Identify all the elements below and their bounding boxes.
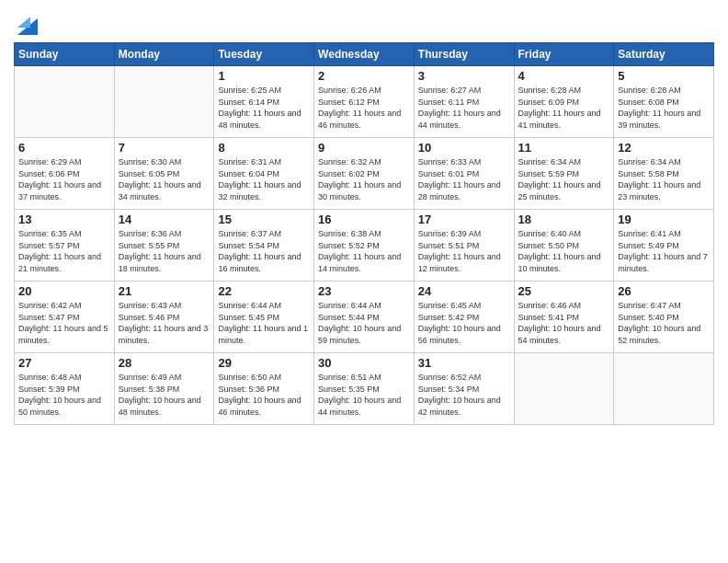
calendar-cell: 24Sunrise: 6:45 AMSunset: 5:42 PMDayligh… — [414, 282, 514, 353]
weekday-header-sunday: Sunday — [15, 43, 115, 66]
calendar-cell: 26Sunrise: 6:47 AMSunset: 5:40 PMDayligh… — [614, 282, 714, 353]
day-number: 20 — [18, 284, 110, 298]
day-info: Sunrise: 6:45 AMSunset: 5:42 PMDaylight:… — [418, 300, 510, 346]
logo — [14, 9, 38, 35]
day-info: Sunrise: 6:31 AMSunset: 6:04 PMDaylight:… — [218, 156, 310, 202]
day-info: Sunrise: 6:36 AMSunset: 5:55 PMDaylight:… — [119, 228, 210, 274]
day-info: Sunrise: 6:49 AMSunset: 5:38 PMDaylight:… — [119, 372, 210, 418]
logo-icon — [17, 9, 38, 35]
day-info: Sunrise: 6:37 AMSunset: 5:54 PMDaylight:… — [218, 228, 310, 274]
day-info: Sunrise: 6:28 AMSunset: 6:08 PMDaylight:… — [618, 85, 710, 131]
day-info: Sunrise: 6:50 AMSunset: 5:36 PMDaylight:… — [218, 372, 310, 418]
day-number: 8 — [218, 141, 310, 155]
day-number: 2 — [318, 69, 410, 83]
calendar-week-2: 13Sunrise: 6:35 AMSunset: 5:57 PMDayligh… — [15, 210, 714, 282]
calendar-cell: 31Sunrise: 6:52 AMSunset: 5:34 PMDayligh… — [414, 353, 514, 425]
day-number: 7 — [119, 141, 210, 155]
calendar-cell: 9Sunrise: 6:32 AMSunset: 6:02 PMDaylight… — [314, 138, 415, 210]
day-number: 1 — [218, 69, 310, 83]
calendar-week-0: 1Sunrise: 6:25 AMSunset: 6:14 PMDaylight… — [15, 66, 714, 138]
day-info: Sunrise: 6:41 AMSunset: 5:49 PMDaylight:… — [618, 228, 710, 274]
day-number: 15 — [218, 213, 310, 226]
calendar-cell: 23Sunrise: 6:44 AMSunset: 5:44 PMDayligh… — [314, 282, 415, 353]
calendar-cell: 11Sunrise: 6:34 AMSunset: 5:59 PMDayligh… — [514, 138, 614, 210]
day-number: 5 — [618, 69, 710, 83]
calendar-cell: 30Sunrise: 6:51 AMSunset: 5:35 PMDayligh… — [314, 353, 415, 425]
day-info: Sunrise: 6:29 AMSunset: 6:06 PMDaylight:… — [18, 156, 110, 202]
day-number: 4 — [518, 69, 610, 83]
day-info: Sunrise: 6:25 AMSunset: 6:14 PMDaylight:… — [218, 85, 310, 131]
calendar-cell — [114, 66, 214, 138]
calendar-cell: 29Sunrise: 6:50 AMSunset: 5:36 PMDayligh… — [214, 353, 314, 425]
day-number: 17 — [418, 213, 510, 226]
calendar-cell: 15Sunrise: 6:37 AMSunset: 5:54 PMDayligh… — [214, 210, 314, 282]
day-number: 10 — [418, 141, 510, 155]
calendar-cell — [514, 353, 614, 425]
day-number: 18 — [518, 213, 610, 226]
day-info: Sunrise: 6:27 AMSunset: 6:11 PMDaylight:… — [418, 85, 510, 131]
day-info: Sunrise: 6:34 AMSunset: 5:59 PMDaylight:… — [518, 156, 610, 202]
day-info: Sunrise: 6:34 AMSunset: 5:58 PMDaylight:… — [618, 156, 710, 202]
day-number: 27 — [18, 356, 110, 370]
calendar-cell: 13Sunrise: 6:35 AMSunset: 5:57 PMDayligh… — [15, 210, 115, 282]
day-number: 22 — [218, 284, 310, 298]
calendar-cell: 3Sunrise: 6:27 AMSunset: 6:11 PMDaylight… — [414, 66, 514, 138]
day-number: 12 — [618, 141, 710, 155]
day-number: 29 — [218, 356, 310, 370]
day-number: 24 — [418, 284, 510, 298]
day-number: 19 — [618, 213, 710, 226]
day-number: 25 — [518, 284, 610, 298]
day-info: Sunrise: 6:32 AMSunset: 6:02 PMDaylight:… — [318, 156, 410, 202]
day-info: Sunrise: 6:38 AMSunset: 5:52 PMDaylight:… — [318, 228, 410, 274]
calendar-cell: 6Sunrise: 6:29 AMSunset: 6:06 PMDaylight… — [15, 138, 115, 210]
day-number: 21 — [119, 284, 210, 298]
weekday-header-wednesday: Wednesday — [314, 43, 415, 66]
calendar-week-1: 6Sunrise: 6:29 AMSunset: 6:06 PMDaylight… — [15, 138, 714, 210]
day-info: Sunrise: 6:30 AMSunset: 6:05 PMDaylight:… — [119, 156, 210, 202]
calendar-week-3: 20Sunrise: 6:42 AMSunset: 5:47 PMDayligh… — [15, 282, 714, 353]
weekday-header-tuesday: Tuesday — [214, 43, 314, 66]
day-info: Sunrise: 6:39 AMSunset: 5:51 PMDaylight:… — [418, 228, 510, 274]
calendar-table: SundayMondayTuesdayWednesdayThursdayFrid… — [14, 42, 714, 425]
calendar-cell: 19Sunrise: 6:41 AMSunset: 5:49 PMDayligh… — [614, 210, 714, 282]
calendar-cell: 21Sunrise: 6:43 AMSunset: 5:46 PMDayligh… — [114, 282, 214, 353]
calendar-cell: 7Sunrise: 6:30 AMSunset: 6:05 PMDaylight… — [114, 138, 214, 210]
calendar-cell: 4Sunrise: 6:28 AMSunset: 6:09 PMDaylight… — [514, 66, 614, 138]
day-info: Sunrise: 6:44 AMSunset: 5:45 PMDaylight:… — [218, 300, 310, 346]
day-number: 28 — [119, 356, 210, 370]
header — [14, 9, 714, 35]
calendar-cell: 1Sunrise: 6:25 AMSunset: 6:14 PMDaylight… — [214, 66, 314, 138]
calendar-cell: 12Sunrise: 6:34 AMSunset: 5:58 PMDayligh… — [614, 138, 714, 210]
day-info: Sunrise: 6:44 AMSunset: 5:44 PMDaylight:… — [318, 300, 410, 346]
day-info: Sunrise: 6:43 AMSunset: 5:46 PMDaylight:… — [119, 300, 210, 346]
calendar-cell: 2Sunrise: 6:26 AMSunset: 6:12 PMDaylight… — [314, 66, 415, 138]
calendar-cell: 27Sunrise: 6:48 AMSunset: 5:39 PMDayligh… — [15, 353, 115, 425]
day-number: 31 — [418, 356, 510, 370]
calendar-cell: 22Sunrise: 6:44 AMSunset: 5:45 PMDayligh… — [214, 282, 314, 353]
day-info: Sunrise: 6:42 AMSunset: 5:47 PMDaylight:… — [18, 300, 110, 346]
day-info: Sunrise: 6:33 AMSunset: 6:01 PMDaylight:… — [418, 156, 510, 202]
weekday-header-saturday: Saturday — [614, 43, 714, 66]
day-number: 30 — [318, 356, 410, 370]
calendar-cell — [614, 353, 714, 425]
day-number: 14 — [119, 213, 210, 226]
page: SundayMondayTuesdayWednesdayThursdayFrid… — [0, 0, 728, 563]
day-info: Sunrise: 6:40 AMSunset: 5:50 PMDaylight:… — [518, 228, 610, 274]
day-number: 16 — [318, 213, 410, 226]
day-info: Sunrise: 6:46 AMSunset: 5:41 PMDaylight:… — [518, 300, 610, 346]
calendar-cell: 28Sunrise: 6:49 AMSunset: 5:38 PMDayligh… — [114, 353, 214, 425]
calendar-cell — [15, 66, 115, 138]
svg-marker-1 — [17, 17, 30, 28]
day-info: Sunrise: 6:35 AMSunset: 5:57 PMDaylight:… — [18, 228, 110, 274]
calendar-cell: 20Sunrise: 6:42 AMSunset: 5:47 PMDayligh… — [15, 282, 115, 353]
weekday-header-row: SundayMondayTuesdayWednesdayThursdayFrid… — [15, 43, 714, 66]
day-number: 23 — [318, 284, 410, 298]
calendar-cell: 16Sunrise: 6:38 AMSunset: 5:52 PMDayligh… — [314, 210, 415, 282]
calendar-cell: 18Sunrise: 6:40 AMSunset: 5:50 PMDayligh… — [514, 210, 614, 282]
day-number: 3 — [418, 69, 510, 83]
day-info: Sunrise: 6:48 AMSunset: 5:39 PMDaylight:… — [18, 372, 110, 418]
weekday-header-monday: Monday — [114, 43, 214, 66]
day-number: 26 — [618, 284, 710, 298]
calendar-cell: 8Sunrise: 6:31 AMSunset: 6:04 PMDaylight… — [214, 138, 314, 210]
day-number: 6 — [18, 141, 110, 155]
